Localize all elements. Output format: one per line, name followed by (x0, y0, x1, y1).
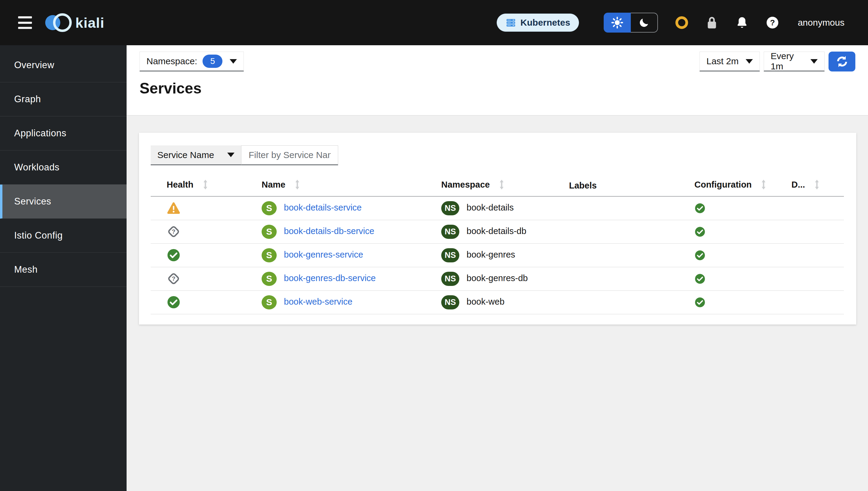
health-cell: ? (151, 196, 246, 220)
service-type-badge: S (261, 295, 277, 310)
table-row: ? S book-web-service NS book-web (151, 290, 844, 314)
brand-name: kiali (75, 15, 104, 31)
bell-icon (736, 16, 748, 29)
namespace-cell: NS book-genres-db (425, 267, 553, 290)
security-button[interactable] (706, 16, 718, 30)
namespace-label: Namespace: (147, 56, 197, 66)
column-header-configuration[interactable]: Configuration (678, 175, 775, 196)
notifications-button[interactable] (736, 16, 748, 29)
config-valid-icon (694, 273, 706, 283)
light-theme-button[interactable] (604, 13, 631, 33)
config-valid-icon (694, 226, 706, 236)
table-row: ? S book-genres-db-service NS book-genre… (151, 267, 844, 290)
health-healthy-icon (167, 295, 181, 309)
labels-cell (553, 220, 678, 243)
column-header-details[interactable]: D... (775, 175, 844, 196)
filter-toolbar: Service Name (151, 145, 844, 165)
sort-icon (203, 179, 208, 192)
chevron-down-icon (746, 59, 753, 64)
namespace-cell: NS book-details (425, 196, 553, 220)
namespace-dropdown[interactable]: Namespace: 5 (140, 52, 244, 71)
sidebar-item-services[interactable]: Services (0, 184, 127, 219)
name-cell: S book-details-db-service (246, 220, 425, 243)
table-header-row: Health Name Namespace (151, 175, 844, 196)
filter-field-value: Service Name (157, 150, 214, 160)
sidebar-item-workloads[interactable]: Workloads (0, 150, 127, 184)
page-toolbar: Namespace: 5 Last 2m Every 1m (127, 45, 868, 116)
configuration-cell (678, 290, 775, 314)
column-header-name[interactable]: Name (246, 175, 425, 196)
page-title: Services (140, 80, 202, 97)
health-cell: ? (151, 243, 246, 267)
namespace-name: book-genres (467, 250, 515, 259)
labels-cell (553, 196, 678, 220)
lock-icon (706, 16, 718, 30)
cluster-badge[interactable]: Kubernetes (497, 13, 579, 32)
labels-cell (553, 267, 678, 290)
chevron-down-icon (810, 59, 818, 64)
labels-cell (553, 290, 678, 314)
service-link[interactable]: book-details-db-service (284, 226, 374, 236)
user-menu[interactable]: anonymous (798, 18, 844, 28)
moon-icon (639, 17, 650, 28)
service-link[interactable]: book-genres-service (284, 250, 363, 259)
service-type-badge: S (261, 225, 277, 239)
sort-icon (761, 179, 766, 192)
health-cell: ? (151, 267, 246, 290)
column-header-labels: Labels (553, 175, 678, 196)
column-header-namespace[interactable]: Namespace (425, 175, 553, 196)
time-controls: Last 2m Every 1m (700, 52, 855, 71)
main-content: Namespace: 5 Last 2m Every 1m (127, 45, 868, 491)
namespace-name: book-details-db (467, 226, 526, 236)
kiali-logo[interactable]: kiali (45, 13, 104, 32)
config-valid-icon (694, 203, 706, 212)
service-link[interactable]: book-details-service (284, 203, 362, 212)
refresh-button[interactable] (829, 52, 855, 71)
details-cell (775, 290, 844, 314)
kiali-logo-icon (45, 13, 70, 32)
details-cell (775, 196, 844, 220)
hamburger-bar (18, 27, 32, 29)
help-button[interactable]: ? (766, 16, 779, 29)
cluster-badge-label: Kubernetes (521, 18, 570, 28)
istio-status-icon (675, 16, 688, 29)
service-type-badge: S (261, 248, 277, 262)
dark-theme-button[interactable] (631, 13, 658, 33)
svg-text:?: ? (770, 18, 775, 27)
istio-status-button[interactable] (675, 16, 688, 29)
theme-toggle (604, 13, 658, 33)
health-healthy-icon (167, 248, 181, 262)
svg-text:?: ? (172, 228, 176, 235)
table-row: ? S book-genres-service NS book-genres (151, 243, 844, 267)
namespace-name: book-web (467, 297, 504, 307)
chevron-down-icon (227, 153, 235, 157)
sidebar-item-mesh[interactable]: Mesh (0, 253, 127, 287)
namespace-count-badge: 5 (203, 55, 222, 68)
server-stack-icon (505, 17, 516, 28)
table-body: ? S book-details-service NS book-details (151, 196, 844, 314)
hamburger-menu-button[interactable] (18, 16, 32, 29)
service-link[interactable]: book-genres-db-service (284, 273, 376, 283)
svg-text:?: ? (172, 276, 176, 282)
sidebar-item-graph[interactable]: Graph (0, 82, 127, 116)
namespace-name: book-details (467, 203, 514, 212)
hamburger-bar (18, 16, 32, 19)
service-link[interactable]: book-web-service (284, 297, 352, 307)
column-header-health[interactable]: Health (151, 175, 246, 196)
service-type-badge: S (261, 201, 277, 215)
sidebar-item-overview[interactable]: Overview (0, 48, 127, 82)
details-cell (775, 220, 844, 243)
health-unknown-icon: ? (167, 272, 181, 286)
sidebar-item-istio-config[interactable]: Istio Config (0, 219, 127, 253)
config-valid-icon (694, 250, 706, 259)
namespace-badge: NS (441, 272, 459, 286)
refresh-interval-dropdown[interactable]: Every 1m (764, 52, 825, 71)
details-cell (775, 267, 844, 290)
sidebar-item-applications[interactable]: Applications (0, 116, 127, 150)
filter-field-dropdown[interactable]: Service Name (151, 145, 241, 165)
filter-input[interactable] (241, 145, 338, 165)
time-range-dropdown[interactable]: Last 2m (700, 52, 760, 71)
name-cell: S book-web-service (246, 290, 425, 314)
namespace-badge: NS (441, 225, 459, 239)
namespace-badge: NS (441, 248, 459, 262)
